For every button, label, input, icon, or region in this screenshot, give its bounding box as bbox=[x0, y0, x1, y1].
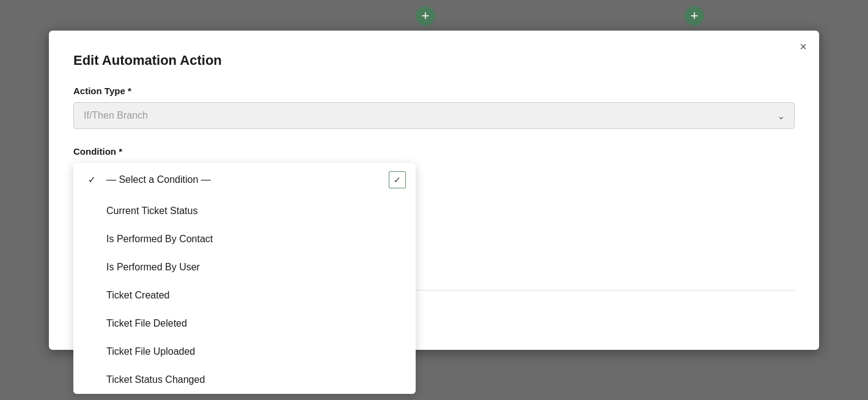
action-type-value: If/Then Branch bbox=[84, 110, 148, 120]
condition-section: Condition * ✓ — Select a Condition — bbox=[73, 146, 795, 180]
checkmark-inner-icon: ✓ bbox=[394, 175, 401, 185]
condition-label: Condition * bbox=[73, 146, 795, 157]
dropdown-item-label-current-ticket-status: Current Ticket Status bbox=[106, 206, 197, 217]
modal-close-button[interactable]: × bbox=[800, 40, 807, 53]
dropdown-item-label-select-condition: — Select a Condition — bbox=[106, 174, 211, 185]
checkmark-box: ✓ bbox=[389, 171, 406, 188]
dropdown-item-label-ticket-status-changed: Ticket Status Changed bbox=[106, 374, 205, 385]
dropdown-item-label-ticket-file-uploaded: Ticket File Uploaded bbox=[106, 346, 195, 357]
dropdown-item-select-condition[interactable]: ✓ — Select a Condition — ✓ bbox=[73, 163, 416, 197]
dropdown-item-ticket-status-changed[interactable]: Ticket Status Changed bbox=[73, 366, 416, 394]
dropdown-item-is-performed-by-user[interactable]: Is Performed By User bbox=[73, 253, 416, 281]
condition-dropdown-wrapper: ✓ — Select a Condition — ✓ Current Ticke… bbox=[73, 163, 795, 180]
dropdown-item-current-ticket-status[interactable]: Current Ticket Status bbox=[73, 197, 416, 225]
dropdown-item-label-is-performed-by-contact: Is Performed By Contact bbox=[106, 234, 213, 245]
action-type-select[interactable]: If/Then Branch bbox=[73, 102, 795, 129]
dropdown-item-ticket-file-deleted[interactable]: Ticket File Deleted bbox=[73, 309, 416, 338]
dropdown-item-ticket-file-uploaded[interactable]: Ticket File Uploaded bbox=[73, 338, 416, 366]
background: + + × Edit Automation Action Action Type… bbox=[0, 0, 868, 400]
dropdown-item-ticket-created[interactable]: Ticket Created bbox=[73, 281, 416, 309]
action-type-label: Action Type * bbox=[73, 86, 795, 96]
condition-dropdown-menu: ✓ — Select a Condition — ✓ Current Ticke… bbox=[73, 163, 416, 394]
modal-dialog: × Edit Automation Action Action Type * I… bbox=[49, 31, 819, 350]
modal-title: Edit Automation Action bbox=[73, 53, 795, 69]
dropdown-item-is-performed-by-contact[interactable]: Is Performed By Contact bbox=[73, 225, 416, 253]
dropdown-item-label-ticket-file-deleted: Ticket File Deleted bbox=[106, 318, 187, 329]
modal-overlay: × Edit Automation Action Action Type * I… bbox=[0, 0, 868, 400]
action-type-select-wrapper[interactable]: If/Then Branch ⌄ bbox=[73, 102, 795, 129]
dropdown-item-label-ticket-created: Ticket Created bbox=[106, 290, 169, 301]
dropdown-item-label-is-performed-by-user: Is Performed By User bbox=[106, 262, 200, 273]
check-mark-icon: ✓ bbox=[88, 174, 100, 185]
